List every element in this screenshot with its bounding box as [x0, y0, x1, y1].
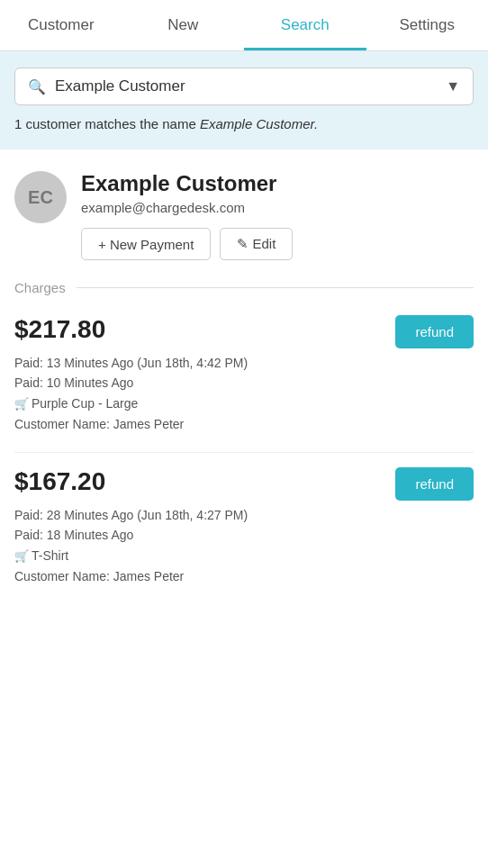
charge-product-2: 🛒T-Shirt	[14, 546, 474, 566]
charge-row-1: $217.80 refund	[14, 315, 474, 348]
refund-button-2[interactable]: refund	[395, 467, 474, 501]
dropdown-arrow-icon[interactable]: ▼	[446, 78, 460, 95]
charge-detail-1: Paid: 13 Minutes Ago (Jun 18th, 4:42 PM)…	[14, 353, 474, 434]
charge-item-1: $217.80 refund Paid: 13 Minutes Ago (Jun…	[0, 301, 488, 452]
search-area: 🔍 ▼ 1 customer matches the name Example …	[0, 51, 488, 149]
edit-button[interactable]: ✎ Edit	[220, 228, 293, 260]
tab-new[interactable]: New	[122, 0, 245, 50]
cart-icon-2: 🛒	[14, 549, 29, 563]
charge-item-2: $167.20 refund Paid: 28 Minutes Ago (Jun…	[0, 453, 488, 604]
charge-detail-2: Paid: 28 Minutes Ago (Jun 18th, 4:27 PM)…	[14, 505, 474, 586]
tab-bar: Customer New Search Settings	[0, 0, 488, 51]
search-box: 🔍 ▼	[14, 68, 474, 105]
charge-row-2: $167.20 refund	[14, 467, 474, 501]
search-result: 1 customer matches the name Example Cust…	[14, 116, 474, 131]
charge-paid-line1-2: Paid: 28 Minutes Ago (Jun 18th, 4:27 PM)	[14, 505, 474, 525]
cart-icon-1: 🛒	[14, 397, 29, 411]
charges-divider	[77, 287, 474, 288]
charge-product-1: 🛒Purple Cup - Large	[14, 393, 474, 414]
search-icon: 🔍	[28, 78, 46, 95]
charge-paid-line2-2: Paid: 18 Minutes Ago	[14, 525, 474, 545]
charge-paid-line2-1: Paid: 10 Minutes Ago	[14, 373, 474, 393]
tab-search[interactable]: Search	[244, 0, 366, 50]
new-payment-button[interactable]: + New Payment	[81, 228, 211, 260]
charges-header: Charges	[0, 271, 488, 301]
customer-email: example@chargedesk.com	[81, 200, 474, 215]
charge-customer-name-2: Customer Name: James Peter	[14, 566, 474, 586]
refund-button-1[interactable]: refund	[395, 315, 474, 348]
search-input[interactable]	[55, 77, 446, 95]
tab-customer[interactable]: Customer	[0, 0, 122, 50]
charge-paid-line1-1: Paid: 13 Minutes Ago (Jun 18th, 4:42 PM)	[14, 353, 474, 373]
action-buttons: + New Payment ✎ Edit	[81, 228, 474, 260]
charge-amount-2: $167.20	[14, 467, 105, 496]
charges-label: Charges	[14, 280, 66, 295]
customer-info: Example Customer example@chargedesk.com …	[81, 171, 474, 260]
customer-card: EC Example Customer example@chargedesk.c…	[0, 149, 488, 271]
customer-name: Example Customer	[81, 171, 474, 196]
charge-amount-1: $217.80	[14, 315, 105, 344]
tab-settings[interactable]: Settings	[366, 0, 489, 50]
charge-customer-name-1: Customer Name: James Peter	[14, 414, 474, 434]
avatar: EC	[14, 171, 67, 223]
